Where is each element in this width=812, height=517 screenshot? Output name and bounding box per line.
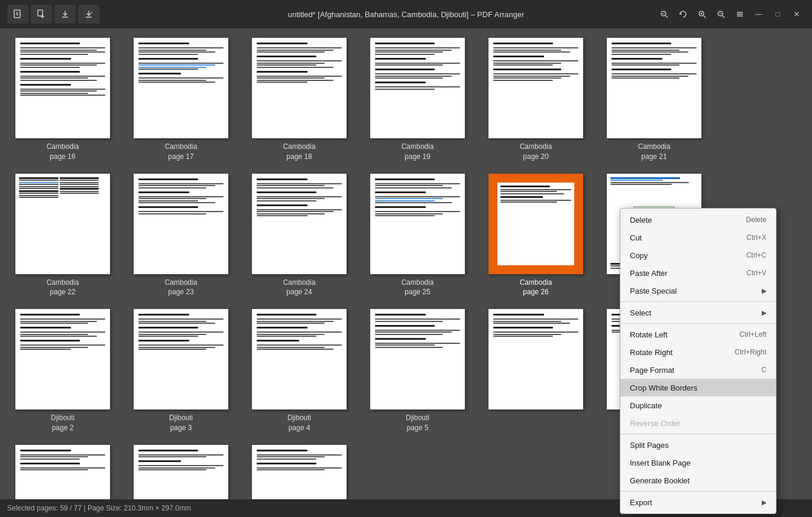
- list-item[interactable]: Cambodiapage 24: [246, 174, 352, 298]
- new-button[interactable]: [7, 5, 28, 24]
- status-text: Selected pages: 59 / 77 | Page Size: 210…: [7, 504, 191, 512]
- window-title: untitled* [Afghanistan, Bahamas, Cambodi…: [288, 10, 525, 19]
- menu-item-export[interactable]: Export ▶: [620, 493, 776, 511]
- menu-item-split-pages[interactable]: Split Pages: [620, 436, 776, 454]
- menu-item-paste-special[interactable]: Paste Special ▶: [620, 282, 776, 300]
- list-item[interactable]: Djiboutipage 5: [364, 309, 471, 433]
- menu-separator: [620, 491, 776, 492]
- svg-text:+: +: [90, 11, 93, 15]
- menu-separator: [620, 301, 776, 302]
- list-item[interactable]: Cambodiapage 21: [601, 38, 707, 162]
- save-button[interactable]: [54, 5, 76, 24]
- list-item[interactable]: [128, 445, 234, 499]
- list-item[interactable]: Cambodiapage 26: [483, 174, 589, 298]
- svg-line-14: [704, 16, 706, 18]
- menu-item-select[interactable]: Select ▶: [620, 304, 776, 321]
- list-item[interactable]: Cambodiapage 25: [364, 174, 471, 298]
- list-item[interactable]: Cambodiapage 23: [128, 174, 234, 298]
- window-controls: — □ ✕: [656, 6, 805, 22]
- list-item[interactable]: Cambodiapage 22: [9, 174, 116, 298]
- svg-line-18: [723, 16, 725, 18]
- list-item[interactable]: [9, 445, 116, 499]
- titlebar: + untitled* [Afghanistan, Bahamas, Cambo…: [0, 0, 812, 28]
- menu-separator: [620, 323, 776, 324]
- list-item[interactable]: Djiboutipage 3: [128, 309, 234, 433]
- svg-rect-4: [38, 10, 43, 16]
- menu-item-duplicate[interactable]: Duplicate: [620, 396, 776, 414]
- rotate-button[interactable]: [675, 6, 691, 22]
- context-menu: Delete Delete Cut Ctrl+X Copy Ctrl+C Pas…: [620, 208, 777, 514]
- svg-line-11: [666, 16, 668, 18]
- list-item[interactable]: Cambodiapage 18: [246, 38, 352, 162]
- zoom-button[interactable]: [656, 6, 672, 22]
- zoom-in-button[interactable]: [694, 6, 710, 22]
- list-item[interactable]: Cambodiapage 20: [483, 38, 589, 162]
- toolbar: +: [7, 5, 99, 24]
- menu-button[interactable]: [732, 6, 748, 22]
- menu-item-generate-booklet[interactable]: Generate Booklet: [620, 472, 776, 489]
- menu-item-copy[interactable]: Copy Ctrl+C: [620, 246, 776, 264]
- menu-item-rotate-left[interactable]: Rotate Left Ctrl+Left: [620, 326, 776, 343]
- menu-item-delete[interactable]: Delete Delete: [620, 211, 776, 229]
- save-as-button[interactable]: +: [78, 5, 99, 24]
- list-item[interactable]: Cambodiapage 16: [9, 38, 116, 162]
- maximize-button[interactable]: □: [769, 6, 786, 22]
- menu-item-reverse-order: Reverse Order: [620, 414, 776, 432]
- menu-item-cut[interactable]: Cut Ctrl+X: [620, 229, 776, 246]
- list-item[interactable]: [246, 445, 352, 499]
- insert-button[interactable]: [31, 5, 52, 24]
- menu-item-page-format[interactable]: Page Format C: [620, 361, 776, 379]
- close-button[interactable]: ✕: [788, 6, 805, 22]
- list-item[interactable]: Djiboutipage 2: [9, 309, 116, 433]
- list-item[interactable]: Cambodiapage 19: [364, 38, 471, 162]
- menu-separator: [620, 434, 776, 434]
- menu-item-rotate-right[interactable]: Rotate Right Ctrl+Right: [620, 343, 776, 361]
- menu-item-insert-blank-page[interactable]: Insert Blank Page: [620, 454, 776, 472]
- menu-item-crop-white-borders[interactable]: Crop White Borders: [620, 379, 776, 396]
- list-item[interactable]: Djiboutipage 4: [246, 309, 352, 433]
- list-item[interactable]: Cambodiapage 17: [128, 38, 234, 162]
- minimize-button[interactable]: —: [750, 6, 767, 22]
- menu-item-paste-after[interactable]: Paste After Ctrl+V: [620, 264, 776, 282]
- zoom-out-button[interactable]: [713, 6, 729, 22]
- list-item[interactable]: [483, 309, 589, 433]
